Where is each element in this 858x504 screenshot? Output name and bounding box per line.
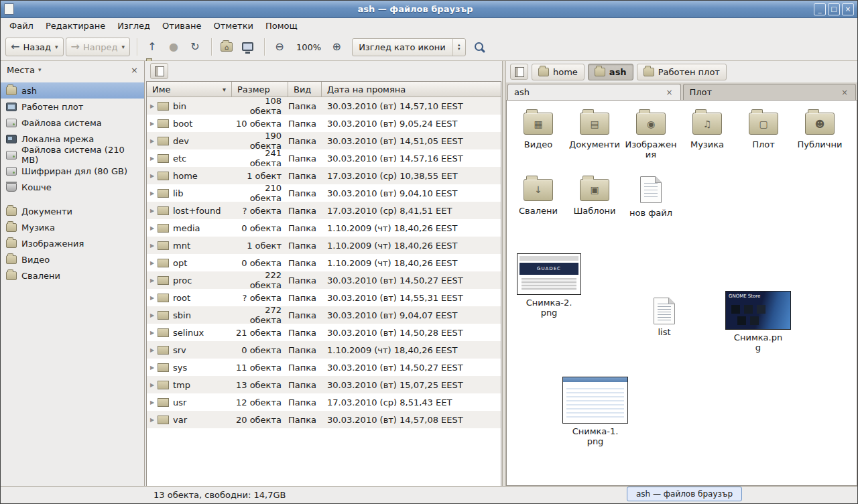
sidebar-item[interactable]: Документи [1,203,144,219]
sidebar-item[interactable]: Видео [1,251,144,267]
back-dropdown-icon[interactable]: ▾ [55,44,58,50]
breadcrumb-button[interactable]: Работен плот [637,64,727,80]
column-header-name[interactable]: Име ▾ [147,82,232,97]
expander-icon[interactable]: ▶ [147,208,158,214]
titlebar[interactable]: ash — файлов браузър _ □ × [1,1,857,18]
expander-icon[interactable]: ▶ [147,417,158,423]
menu-item-4[interactable]: Отиване [156,19,207,33]
file-list-row[interactable]: ▶lib210 обектаПапка30.03.2010 (вт) 9,04,… [147,184,501,202]
sidebar-close-icon[interactable]: × [131,65,138,75]
icon-view-item[interactable]: Снимка-1.png [558,377,632,447]
icon-view-item[interactable]: ☻Публични [792,113,848,160]
sidebar-item[interactable]: Файлова система (210 MB) [1,147,144,163]
forward-dropdown-icon[interactable]: ▾ [121,44,125,50]
list-pane-location-button[interactable] [150,63,168,79]
menu-item-6[interactable]: Помощ [259,19,304,33]
file-list-row[interactable]: ▶mnt1 обектПапка1.10.2009 (чт) 18,40,26 … [147,237,501,254]
menu-item-1[interactable]: Файл [3,19,40,33]
maximize-button[interactable]: □ [828,3,840,15]
icon-view-item[interactable]: list [627,298,701,338]
icon-view-item[interactable]: GNOME StoreСнимка.png [721,291,795,353]
stop-button[interactable]: ● [164,38,184,56]
expander-icon[interactable]: ▶ [147,312,158,318]
menu-item-2[interactable]: Редактиране [40,19,111,33]
expander-icon[interactable]: ▶ [147,347,158,353]
file-list-row[interactable]: ▶srv0 обектаПапка1.10.2009 (чт) 18,40,26… [147,341,501,359]
file-list-row[interactable]: ▶root? обектаПапка30.03.2010 (вт) 14,55,… [147,289,501,306]
breadcrumb-root-button[interactable] [510,64,528,80]
expander-icon[interactable]: ▶ [147,382,158,388]
icon-view-item[interactable]: ▢Плот [735,113,792,160]
column-header-size[interactable]: Размер [232,82,288,97]
expander-icon[interactable]: ▶ [147,243,158,249]
icon-view-item[interactable]: ▣Шаблони [566,179,623,218]
tab-close-icon[interactable]: × [664,88,674,97]
expander-icon[interactable]: ▶ [147,190,158,196]
menu-item-5[interactable]: Отметки [207,19,259,33]
search-button[interactable] [470,38,490,56]
icon-view-item[interactable]: ↓Свалени [510,179,566,218]
file-list-row[interactable]: ▶lost+found? обектаПапка17.03.2010 (ср) … [147,202,501,219]
expander-icon[interactable]: ▶ [147,330,158,336]
sidebar-item[interactable]: ash [1,82,144,99]
file-list-row[interactable]: ▶opt0 обектаПапка1.10.2009 (чт) 18,40,26… [147,254,501,271]
expander-icon[interactable]: ▶ [147,277,158,284]
sidebar-selector-icon[interactable]: ▾ [38,66,42,73]
icon-view-item[interactable]: ▦Видео [510,113,566,160]
column-header-date[interactable]: Дата на промяна [322,82,501,97]
file-list-row[interactable]: ▶media0 обектаПапка1.10.2009 (чт) 18,40,… [147,219,501,237]
expander-icon[interactable]: ▶ [147,260,158,266]
reload-button[interactable]: ↻ [185,38,205,56]
breadcrumb-button[interactable]: home [532,64,585,80]
home-button[interactable]: ⌂ [217,38,237,56]
file-list-row[interactable]: ▶sbin272 обектаПапка30.03.2010 (вт) 9,04… [147,306,501,324]
sidebar-item[interactable]: Шифриран дял (80 GB) [1,163,144,179]
back-button[interactable]: ← Назад ▾ [5,38,64,56]
expander-icon[interactable]: ▶ [147,399,158,405]
expander-icon[interactable]: ▶ [147,138,158,144]
forward-button[interactable]: → Напред ▾ [66,38,130,56]
expander-icon[interactable]: ▶ [147,295,158,301]
breadcrumb-button[interactable]: ash [588,64,633,80]
up-button[interactable]: ↑ [142,38,162,56]
icon-view-item[interactable]: GUADECСнимка-2.png [512,253,586,318]
file-list-row[interactable]: ▶selinux21 обектаПапка30.03.2010 (вт) 14… [147,324,501,341]
view-mode-select[interactable]: Изглед като икони ▴▾ [352,38,466,56]
sidebar-item[interactable]: Кошче [1,179,144,195]
icon-view-item[interactable]: ♫Музика [679,113,735,160]
zoom-out-button[interactable]: ⊖ [269,38,290,56]
tab-ash[interactable]: ash× [507,84,681,100]
sidebar-item[interactable]: Изображения [1,235,144,251]
file-list-row[interactable]: ▶bin108 обектаПапка30.03.2010 (вт) 14,57… [147,97,501,115]
sidebar-item[interactable]: Свалени [1,267,144,284]
file-list-row[interactable]: ▶dev190 обектаПапка30.03.2010 (вт) 14,51… [147,132,501,149]
expander-icon[interactable]: ▶ [147,173,158,179]
sidebar-item[interactable]: Работен плот [1,99,144,115]
expander-icon[interactable]: ▶ [147,121,158,127]
menu-item-3[interactable]: Изглед [111,19,156,33]
expander-icon[interactable]: ▶ [147,103,158,109]
zoom-in-button[interactable]: ⊕ [326,38,347,56]
icon-view-item[interactable]: ▤Документи [566,113,623,160]
sidebar-item[interactable]: Музика [1,219,144,235]
sidebar-item[interactable]: Файлова система [1,115,144,131]
computer-button[interactable] [238,38,258,56]
minimize-button[interactable]: _ [814,3,826,15]
column-header-type[interactable]: Вид [288,82,322,97]
tab-close-icon[interactable]: × [840,88,849,97]
file-list-row[interactable]: ▶usr12 обектаПапка17.03.2010 (ср) 8,51,4… [147,393,501,411]
file-list-row[interactable]: ▶var20 обектаПапка30.03.2010 (вт) 14,57,… [147,411,501,428]
expander-icon[interactable]: ▶ [147,225,158,231]
tab-Плот[interactable]: Плот× [683,84,857,100]
file-list-row[interactable]: ▶etc241 обектаПапка30.03.2010 (вт) 14,57… [147,149,501,167]
file-list-row[interactable]: ▶home1 обектПапка17.03.2010 (ср) 10,38,5… [147,167,501,184]
taskbar-window-button[interactable]: ash — файлов браузър [627,487,742,501]
file-list-row[interactable]: ▶tmp13 обектаПапка30.03.2010 (вт) 15,07,… [147,376,501,393]
icon-view-item[interactable]: нов файл [623,179,679,218]
icon-view[interactable]: ▦Видео▤Документи◉Изображения♫Музика▢Плот… [506,101,857,486]
file-list-row[interactable]: ▶proc222 обектаПапка30.03.2010 (вт) 14,5… [147,271,501,289]
close-button[interactable]: × [842,3,854,15]
expander-icon[interactable]: ▶ [147,365,158,371]
file-list-row[interactable]: ▶boot10 обектаПапка30.03.2010 (вт) 9,05,… [147,115,501,132]
expander-icon[interactable]: ▶ [147,155,158,162]
